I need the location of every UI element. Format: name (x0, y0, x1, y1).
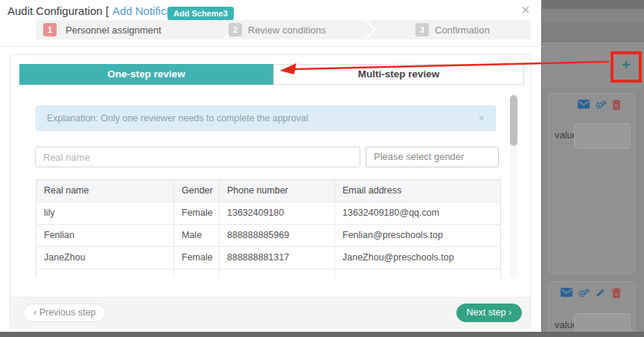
step-3-badge: 3 (415, 23, 429, 36)
wizard-step-bar: 1 Personnel assignment 2 Review conditio… (36, 20, 531, 39)
audit-configuration-modal: Audit Configuration [Add Notification] A… (0, 0, 542, 332)
table-row[interactable]: lilyFemale1363240918013632409180@qq.com (36, 202, 500, 225)
table-cell (174, 269, 220, 278)
background-bottom-band (0, 332, 644, 337)
tab-one-step-review[interactable]: One-step review (19, 64, 273, 85)
annotation-highlight-box (610, 51, 642, 83)
mail-icon[interactable] (578, 100, 590, 110)
table-cell: 888888881317 (220, 247, 335, 269)
background-subheader-band (542, 22, 644, 42)
trash-icon[interactable] (612, 100, 624, 110)
table-cell: JaneZhou@preschools.top (335, 247, 501, 269)
table-row[interactable]: JaneZhouFemale888888881317JaneZhou@presc… (36, 247, 500, 269)
table-cell (335, 269, 501, 278)
add-scheme-badge: Add Scheme3 (168, 7, 234, 20)
cogs-icon[interactable] (595, 100, 607, 110)
next-step-button[interactable]: Next step › (456, 304, 522, 322)
table-cell (36, 269, 174, 278)
column-header: Email address (335, 180, 501, 202)
gender-select[interactable]: Please select gender (366, 147, 499, 167)
table-cell: 13632409180 (220, 202, 335, 225)
step-1-personnel-assignment[interactable]: Personnel assignment (66, 25, 162, 36)
screen: + value (0, 0, 644, 337)
reviewer-table: Real name Gender Phone number Email addr… (36, 179, 501, 278)
modal-footer: ‹ Previous step Next step › (10, 297, 530, 329)
scrollbar-thumb[interactable] (510, 95, 517, 146)
step-2-badge: 2 (229, 23, 242, 36)
table-cell: Female (174, 247, 220, 269)
explanation-text: Explanation: Only one reviewer needs to … (47, 106, 308, 130)
background-scheme-card: value (548, 93, 635, 274)
background-toolbar-band (542, 9, 644, 22)
table-cell: 888888885969 (220, 225, 335, 247)
table-cell (220, 269, 335, 278)
table-cell: Male (174, 225, 220, 247)
real-name-input[interactable] (35, 147, 360, 167)
dimmed-background-page: + value (542, 0, 644, 337)
scheme-card-actions (578, 100, 624, 110)
close-icon[interactable]: × (521, 1, 530, 19)
explanation-banner: Explanation: Only one reviewer needs to … (36, 106, 496, 131)
step-3-confirmation[interactable]: Confirmation (435, 25, 490, 36)
reviewer-table-body: lilyFemale1363240918013632409180@qq.comF… (36, 202, 500, 269)
step-1-badge: 1 (43, 23, 57, 36)
tab-multi-step-review[interactable]: Multi-step review (273, 64, 524, 85)
table-row-clipped (36, 269, 500, 278)
table-cell: Fenlian (36, 225, 174, 247)
column-header: Real name (36, 180, 174, 202)
review-setup-card: One-step review Multi-step review Explan… (10, 54, 531, 328)
column-header: Phone number (220, 180, 335, 202)
background-field-input[interactable] (574, 123, 631, 149)
scheme-card-actions (561, 288, 624, 298)
trash-icon[interactable] (612, 288, 624, 298)
table-cell: Female (174, 202, 220, 225)
background-header-band (542, 0, 644, 9)
banner-close-icon[interactable]: × (479, 112, 485, 124)
table-row[interactable]: FenlianMale888888885969Fenlian@preschool… (36, 225, 500, 247)
pencil-icon[interactable] (595, 288, 607, 298)
mail-icon[interactable] (561, 288, 573, 298)
column-header: Gender (174, 180, 220, 202)
table-cell: JaneZhou (36, 247, 174, 269)
header-divider (0, 46, 542, 47)
table-cell: Fenlian@preschools.top (335, 225, 501, 247)
background-scheme-card: value (548, 281, 635, 337)
previous-step-button[interactable]: ‹ Previous step (23, 304, 106, 322)
step-2-review-conditions[interactable]: Review conditions (248, 25, 326, 36)
table-header-row: Real name Gender Phone number Email addr… (36, 180, 500, 202)
table-cell: 13632409180@qq.com (335, 202, 501, 225)
cogs-icon[interactable] (578, 288, 590, 298)
chevron-separator-icon (356, 19, 376, 39)
table-cell: lily (36, 202, 174, 225)
modal-title-text: Audit Configuration [ (7, 4, 109, 17)
